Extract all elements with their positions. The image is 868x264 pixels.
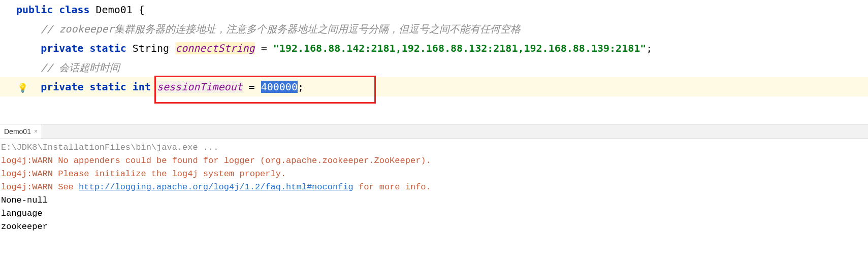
code-line[interactable]: // 会话超时时间 bbox=[0, 58, 868, 77]
keyword: static bbox=[90, 42, 126, 54]
code-editor[interactable]: 💡 public class Demo01 { // zookeeper集群服务… bbox=[0, 0, 868, 124]
field-name: sessionTimeout bbox=[157, 81, 243, 93]
intention-bulb-icon[interactable]: 💡 bbox=[17, 83, 28, 93]
close-icon[interactable]: × bbox=[34, 128, 38, 135]
operator: = bbox=[261, 42, 267, 54]
keyword: public bbox=[16, 4, 53, 16]
console-tab-demo01[interactable]: Demo01 × bbox=[0, 124, 42, 139]
class-name: Demo01 bbox=[96, 4, 133, 16]
code-line[interactable]: public class Demo01 { bbox=[0, 0, 868, 19]
console-tab-bar: Demo01 × bbox=[0, 124, 868, 139]
type-keyword: int bbox=[133, 81, 151, 93]
warn-text: for more info. bbox=[353, 182, 431, 192]
keyword: private bbox=[41, 81, 83, 93]
operator: = bbox=[249, 81, 255, 93]
comment: // 会话超时时间 bbox=[41, 61, 120, 74]
console-line-output: None-null bbox=[1, 194, 867, 207]
keyword: class bbox=[59, 4, 89, 16]
brace: { bbox=[139, 4, 145, 16]
code-line-active[interactable]: private static int sessionTimeout = 4000… bbox=[0, 77, 868, 96]
field-name: connectString bbox=[175, 42, 255, 54]
string-literal: "192.168.88.142:2181,192.168.88.132:2181… bbox=[273, 42, 647, 54]
console-line-warn: log4j:WARN No appenders could be found f… bbox=[1, 154, 867, 168]
semicolon: ; bbox=[298, 81, 304, 93]
semicolon: ; bbox=[646, 42, 652, 54]
warn-text: log4j:WARN See bbox=[1, 182, 79, 192]
console-line-command: E:\JDK8\InstallationFiles\bin\java.exe .… bbox=[1, 141, 867, 154]
comment: // zookeeper集群服务器的连接地址，注意多个服务器地址之间用逗号分隔，… bbox=[41, 23, 521, 35]
keyword: static bbox=[90, 81, 126, 93]
console-line-output: zookeeper bbox=[1, 220, 867, 234]
selected-number[interactable]: 400000 bbox=[261, 81, 298, 93]
console-output[interactable]: E:\JDK8\InstallationFiles\bin\java.exe .… bbox=[0, 139, 868, 236]
code-line[interactable]: private static String connectString = "1… bbox=[0, 39, 868, 58]
console-line-warn: log4j:WARN Please initialize the log4j s… bbox=[1, 168, 867, 181]
tab-label: Demo01 bbox=[4, 127, 31, 136]
console-line-warn: log4j:WARN See http://logging.apache.org… bbox=[1, 181, 867, 194]
code-line[interactable]: // zookeeper集群服务器的连接地址，注意多个服务器地址之间用逗号分隔，… bbox=[0, 19, 868, 39]
keyword: private bbox=[41, 42, 83, 54]
console-line-output: language bbox=[1, 207, 867, 220]
console-link[interactable]: http://logging.apache.org/log4j/1.2/faq.… bbox=[79, 182, 353, 192]
type: String bbox=[133, 42, 169, 54]
